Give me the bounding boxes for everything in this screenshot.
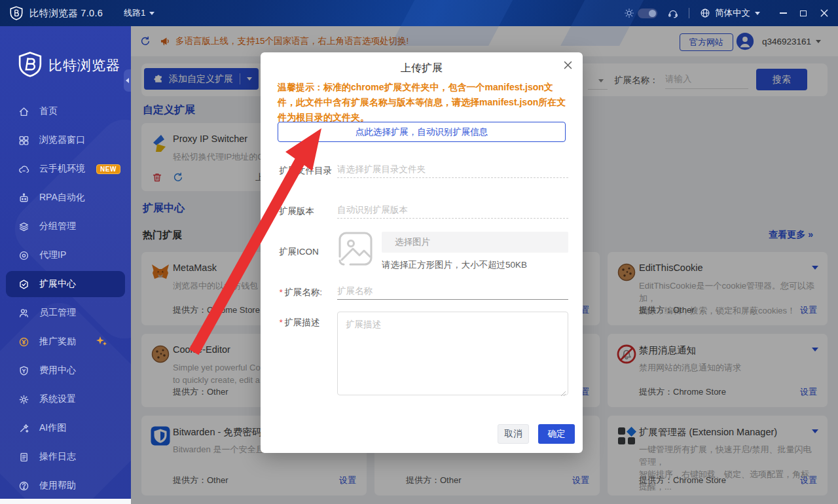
image-hint: 请选择正方形图片，大小不超过50KB	[382, 259, 527, 271]
chevron-down-icon	[149, 12, 155, 15]
line-selector[interactable]: 线路1	[124, 7, 155, 19]
sidebar-item-settings-gear[interactable]: 系统设置	[6, 386, 125, 412]
language-selector[interactable]: 简体中文	[700, 7, 760, 19]
sidebar-item-label: 首页	[39, 105, 58, 117]
sidebar-item-label: 扩展中心	[39, 278, 76, 290]
close-window-button[interactable]	[820, 9, 829, 18]
sidebar-item-extension-puzzle[interactable]: 扩展中心	[6, 271, 125, 297]
sidebar-item-label: 代理IP	[39, 249, 66, 261]
sidebar-item-rpa-robot[interactable]: RPA自动化	[6, 185, 125, 211]
ai-draw-icon	[18, 423, 29, 434]
image-placeholder-icon	[337, 230, 374, 267]
extension-icon-label: 扩展ICON	[279, 246, 319, 258]
titlebar: 比特浏览器 7.0.6 线路1 简体中文	[0, 0, 838, 26]
rpa-robot-icon	[18, 192, 29, 204]
chevron-left-icon	[126, 78, 129, 83]
required-asterisk: *	[279, 317, 282, 327]
extension-name-field[interactable]	[337, 283, 568, 300]
extension-dir-label: 扩展文件目录	[279, 165, 332, 177]
sidebar-item-group-layers[interactable]: 分组管理	[6, 213, 125, 240]
app-logo-icon	[9, 6, 24, 20]
support-headset-icon[interactable]	[668, 8, 678, 18]
extension-version-label: 扩展版本	[279, 206, 314, 217]
extension-name-label: *扩展名称:	[279, 287, 322, 298]
language-label: 简体中文	[715, 7, 750, 19]
chevron-down-icon	[755, 12, 760, 15]
sidebar-item-billing-shield[interactable]: 费用中心	[6, 357, 125, 384]
sidebar-item-label: 分组管理	[39, 221, 76, 232]
sidebar-item-label: RPA自动化	[39, 192, 85, 204]
confirm-button[interactable]: 确定	[538, 424, 575, 444]
brand-name: 比特浏览器	[48, 56, 120, 75]
modal-title: 上传扩展	[261, 62, 583, 75]
sidebar-item-help[interactable]: 使用帮助	[6, 473, 125, 499]
sidebar-item-operation-log[interactable]: 操作日志	[6, 444, 125, 470]
extension-puzzle-icon	[18, 279, 29, 290]
sidebar-item-staff-person[interactable]: 员工管理	[6, 300, 125, 326]
sidebar-collapse-button[interactable]	[124, 69, 131, 92]
sidebar-item-proxy-ip-pin[interactable]: 代理IP	[6, 242, 125, 268]
divider	[689, 8, 689, 18]
sidebar-item-label: AI作图	[39, 422, 66, 434]
browser-window-icon	[18, 135, 29, 146]
promo-reward-icon	[18, 336, 29, 348]
extension-version-input[interactable]	[337, 202, 568, 219]
sidebar-item-cloud-phone[interactable]: 云手机环境NEW	[6, 156, 125, 182]
cloud-phone-icon	[18, 164, 29, 175]
app-title: 比特浏览器 7.0.6	[29, 7, 103, 20]
sparkle-icon	[95, 335, 108, 348]
group-layers-icon	[18, 221, 29, 232]
sidebar-item-label: 推广奖励	[39, 336, 76, 348]
extension-desc-textarea[interactable]	[337, 312, 568, 395]
sidebar-item-browser-window[interactable]: 浏览器窗口	[6, 127, 125, 153]
extension-desc-label: *扩展描述	[279, 317, 319, 329]
sidebar-item-label: 云手机环境	[39, 163, 85, 175]
help-icon	[18, 480, 29, 492]
cancel-button[interactable]: 取消	[498, 424, 529, 444]
required-asterisk: *	[279, 287, 282, 297]
extension-dir-input[interactable]	[337, 161, 568, 178]
toggle-pill	[638, 9, 657, 18]
line-selector-label: 线路1	[124, 7, 145, 19]
sidebar-item-label: 员工管理	[39, 307, 76, 319]
globe-icon	[700, 8, 710, 18]
staff-person-icon	[18, 308, 29, 319]
upload-extension-modal: 上传扩展 温馨提示：标准的chrome扩展文件夹中，包含一个manifest.j…	[261, 52, 583, 453]
home-icon	[18, 106, 29, 117]
billing-shield-icon	[18, 365, 29, 376]
brand: 比特浏览器	[0, 26, 131, 80]
settings-gear-icon	[18, 394, 29, 405]
sidebar-item-home[interactable]: 首页	[6, 98, 125, 124]
sidebar: 比特浏览器 首页浏览器窗口云手机环境NEWRPA自动化分组管理代理IP扩展中心员…	[0, 26, 131, 499]
choose-image-button[interactable]: 选择图片	[382, 232, 568, 253]
sidebar-item-ai-draw[interactable]: AI作图	[6, 415, 125, 441]
sidebar-footer	[0, 499, 131, 504]
operation-log-icon	[18, 452, 29, 463]
proxy-ip-pin-icon	[18, 250, 29, 261]
brand-shield-icon	[17, 51, 43, 80]
modal-warning-text: 温馨提示：标准的chrome扩展文件夹中，包含一个manifest.json文件…	[278, 80, 567, 125]
sidebar-menu: 首页浏览器窗口云手机环境NEWRPA自动化分组管理代理IP扩展中心员工管理推广奖…	[0, 98, 131, 499]
select-extension-button[interactable]: 点此选择扩展，自动识别扩展信息	[278, 122, 566, 142]
sidebar-item-label: 浏览器窗口	[39, 134, 85, 146]
sidebar-item-label: 系统设置	[39, 393, 76, 405]
sidebar-item-label: 使用帮助	[39, 480, 76, 492]
sidebar-item-promo-reward[interactable]: 推广奖励	[6, 329, 125, 355]
maximize-button[interactable]	[800, 10, 807, 16]
sidebar-item-label: 费用中心	[39, 365, 76, 376]
minimize-button[interactable]	[780, 12, 787, 14]
sidebar-item-label: 操作日志	[39, 451, 76, 463]
new-badge: NEW	[96, 164, 120, 174]
